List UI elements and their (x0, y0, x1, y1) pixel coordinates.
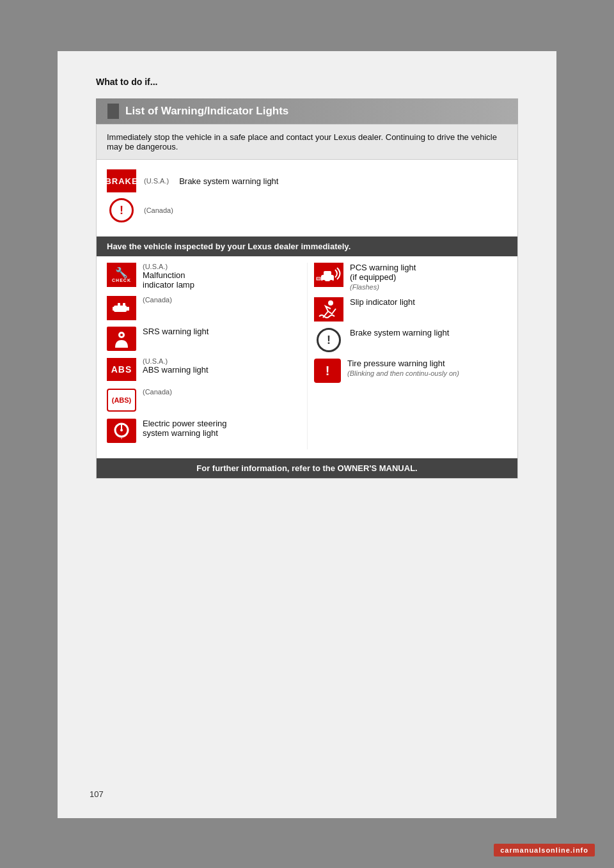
malfunction-usa-label: (U.S.A.) (143, 263, 192, 270)
srs-text: SRS warning light (143, 327, 209, 336)
malfunction-usa-row: 🔧 CHECK (U.S.A.) Malfunction indicator l… (107, 263, 301, 290)
brake-warning-symbol: ! (317, 328, 341, 352)
two-col-layout: 🔧 CHECK (U.S.A.) Malfunction indicator l… (107, 263, 507, 449)
footer-bar: For further information, refer to the OW… (97, 458, 517, 478)
brake-canada-symbol: ! (109, 198, 134, 222)
pcs-icon: OFF (314, 263, 343, 287)
brake-warning-icon: ! (314, 328, 343, 352)
brake-warning-text: Brake system warning light (350, 328, 449, 337)
pcs-row: OFF PCS warning light (if equipped) (Fla… (314, 263, 507, 291)
abs-usa-icon: ABS (107, 357, 136, 382)
watermark: carmanualsonline.info (494, 844, 595, 856)
engine-symbol (107, 296, 136, 320)
slip-row: Slip indicator light (314, 297, 507, 322)
tire-icon-group: ! (314, 359, 341, 383)
check-icon: 🔧 CHECK (107, 263, 136, 287)
slip-icon (314, 297, 343, 322)
svg-point-17 (328, 300, 333, 306)
check-car-symbol: 🔧 (115, 268, 128, 278)
svg-point-9 (120, 429, 123, 431)
right-column: OFF PCS warning light (if equipped) (Fla… (307, 263, 507, 449)
tire-row: ! Tire pressure warning light (Blinking … (314, 359, 507, 383)
malfunction-canada-label: (Canada) (143, 296, 172, 304)
srs-symbol (107, 327, 136, 351)
brake-section: BRAKE (U.S.A.) Brake system warning ligh… (97, 160, 517, 236)
abs-label-block: (U.S.A.) ABS warning light (143, 357, 209, 375)
svg-rect-4 (123, 303, 125, 307)
brake-usa-row: BRAKE (U.S.A.) Brake system warning ligh… (107, 169, 507, 193)
brake-usa-icon: BRAKE (107, 169, 136, 193)
section-title: What to do if... (96, 77, 518, 87)
left-column: 🔧 CHECK (U.S.A.) Malfunction indicator l… (107, 263, 307, 449)
svg-rect-2 (127, 307, 129, 311)
abs-canada-label: (Canada) (143, 388, 172, 396)
tire-text: Tire pressure warning light (347, 359, 459, 368)
brake-canada-label: (Canada) (144, 206, 173, 214)
pcs-symbol: OFF (314, 263, 343, 287)
abs-canada-symbol: (ABS) (107, 389, 136, 412)
pcs-flashes: (Flashes) (350, 283, 416, 291)
immediate-stop-text: Immediately stop the vehicle in a safe p… (97, 125, 517, 160)
svg-rect-1 (113, 307, 115, 311)
brake-text: Brake system warning light (179, 176, 278, 186)
check-text: CHECK (112, 278, 131, 283)
page-number: 107 (90, 789, 104, 799)
eps-row: ! Electric power steering system warning… (107, 419, 301, 443)
pcs-line2: (if equipped) (350, 272, 416, 282)
brake-warning-row: ! Brake system warning light (314, 328, 507, 352)
check-icon-box: 🔧 CHECK (107, 263, 136, 287)
eps-line2: system warning light (143, 428, 227, 438)
list-header: List of Warning/Indicator Lights (96, 98, 518, 124)
tire-icon: ! (314, 359, 341, 383)
abs-canada-icon: (ABS) (107, 388, 136, 412)
tire-label-block: Tire pressure warning light (Blinking an… (347, 359, 459, 377)
abs-label: ABS (107, 358, 136, 381)
list-header-text: List of Warning/Indicator Lights (125, 105, 288, 118)
tire-blinking: (Blinking and then continu-ously on) (347, 369, 459, 377)
eps-label-block: Electric power steering system warning l… (143, 419, 227, 438)
brake-canada-icon: ! (107, 198, 136, 222)
page: What to do if... List of Warning/Indicat… (58, 51, 556, 818)
pcs-line1: PCS warning light (350, 263, 416, 272)
srs-icon (107, 327, 136, 351)
svg-point-6 (120, 334, 123, 336)
svg-point-13 (322, 280, 326, 284)
slip-symbol (314, 297, 343, 322)
brake-label: BRAKE (107, 169, 136, 192)
engine-canada-icon (107, 296, 136, 320)
header-bar-icon (107, 104, 119, 119)
pcs-label-block: PCS warning light (if equipped) (Flashes… (350, 263, 416, 291)
malfunction-label-block: (U.S.A.) Malfunction indicator lamp (143, 263, 194, 290)
eps-symbol: ! (107, 419, 136, 443)
slip-text: Slip indicator light (350, 297, 415, 307)
brake-canada-row: ! (Canada) (107, 198, 507, 222)
eps-line1: Electric power steering (143, 419, 227, 428)
malfunction-canada-row: (Canada) (107, 296, 301, 320)
have-inspected-bar: Have the vehicle inspected by your Lexus… (97, 236, 517, 256)
svg-rect-3 (118, 303, 120, 307)
inspect-section: 🔧 CHECK (U.S.A.) Malfunction indicator l… (97, 256, 517, 458)
svg-point-14 (329, 280, 333, 284)
abs-usa-label: (U.S.A.) (143, 357, 206, 365)
malfunction-line1: Malfunction (143, 270, 194, 280)
srs-row: SRS warning light (107, 327, 301, 351)
abs-usa-row: ABS (U.S.A.) ABS warning light (107, 357, 301, 382)
malfunction-line2: indicator lamp (143, 280, 194, 290)
immediate-stop-card: Immediately stop the vehicle in a safe p… (96, 124, 518, 479)
eps-icon: ! (107, 419, 136, 443)
svg-rect-12 (324, 271, 331, 276)
svg-text:OFF: OFF (317, 278, 320, 281)
svg-text:!: ! (121, 435, 123, 440)
abs-canada-row: (ABS) (Canada) (107, 388, 301, 412)
abs-text: ABS warning light (143, 365, 209, 375)
brake-usa-label: (U.S.A.) (144, 177, 169, 185)
